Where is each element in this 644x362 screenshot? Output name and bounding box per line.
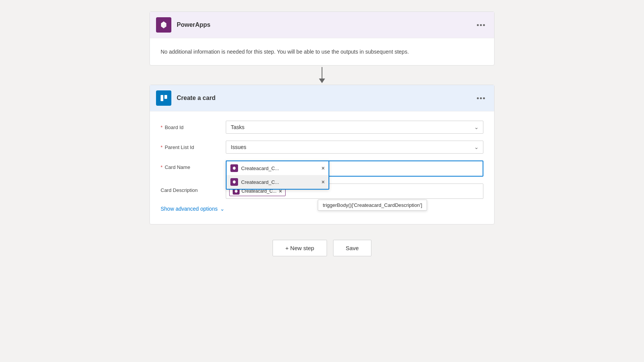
suggestion-2-close[interactable]: × bbox=[322, 179, 325, 185]
suggestion-dropdown: Createacard_C... × Createacard_C... × bbox=[226, 161, 329, 190]
powerapps-step-card: PowerApps No additional information is n… bbox=[150, 11, 495, 66]
create-card-step: Create a card * Board Id Tasks ⌄ bbox=[150, 85, 495, 224]
field-tooltip: triggerBody()['Createacard_CardDescripti… bbox=[318, 200, 427, 211]
suggestion-1-close[interactable]: × bbox=[322, 165, 325, 171]
create-card-title: Create a card bbox=[177, 95, 474, 102]
parent-list-id-select[interactable]: Issues bbox=[226, 141, 483, 154]
card-name-control: Createacard_C... × Createacar bbox=[226, 161, 483, 177]
show-advanced-chevron-icon: ⌄ bbox=[220, 206, 225, 212]
powerapps-step-body: No additional information is needed for … bbox=[150, 38, 494, 65]
step-connector bbox=[319, 67, 325, 83]
powerapps-icon bbox=[156, 17, 171, 33]
suggestion-1-text: Createacard_C... bbox=[241, 165, 322, 171]
suggestion-1-icon bbox=[230, 164, 238, 172]
bottom-actions: + New step Save bbox=[273, 240, 371, 256]
connector-arrowhead bbox=[319, 79, 325, 83]
parent-list-id-control: Issues ⌄ bbox=[226, 141, 483, 154]
suggestion-item-1[interactable]: Createacard_C... × bbox=[227, 161, 329, 175]
board-id-select[interactable]: Tasks bbox=[226, 121, 483, 134]
parent-list-id-label: * Parent List Id bbox=[161, 141, 226, 150]
parent-list-id-row: * Parent List Id Issues ⌄ bbox=[161, 141, 483, 154]
suggestion-2-icon bbox=[230, 178, 238, 186]
powerapps-step-header: PowerApps bbox=[150, 12, 494, 38]
new-step-button[interactable]: + New step bbox=[273, 240, 327, 256]
connector-line bbox=[322, 67, 322, 79]
board-id-label: * Board Id bbox=[161, 121, 226, 130]
powerapps-title: PowerApps bbox=[177, 21, 474, 28]
create-card-step-header: Create a card bbox=[150, 85, 494, 111]
show-advanced-label: Show advanced options bbox=[161, 206, 218, 212]
card-name-row: * Card Name Createacard_C... × bbox=[161, 161, 483, 177]
board-id-row: * Board Id Tasks ⌄ bbox=[161, 121, 483, 134]
card-name-label: * Card Name bbox=[161, 161, 226, 170]
create-card-menu-button[interactable] bbox=[474, 96, 488, 101]
trello-icon bbox=[156, 90, 171, 106]
parent-list-id-select-wrapper: Issues ⌄ bbox=[226, 141, 483, 154]
card-description-label: Card Description bbox=[161, 183, 226, 193]
flow-container: PowerApps No additional information is n… bbox=[150, 11, 495, 256]
board-id-select-wrapper: Tasks ⌄ bbox=[226, 121, 483, 134]
suggestion-item-2[interactable]: Createacard_C... × bbox=[227, 175, 329, 189]
save-button[interactable]: Save bbox=[333, 240, 371, 256]
powerapps-menu-button[interactable] bbox=[474, 23, 488, 28]
suggestion-2-text: Createacard_C... bbox=[241, 179, 322, 185]
create-card-form: * Board Id Tasks ⌄ * Parent List Id bbox=[150, 111, 494, 224]
powerapps-description: No additional information is needed for … bbox=[161, 48, 483, 56]
board-id-control: Tasks ⌄ bbox=[226, 121, 483, 134]
